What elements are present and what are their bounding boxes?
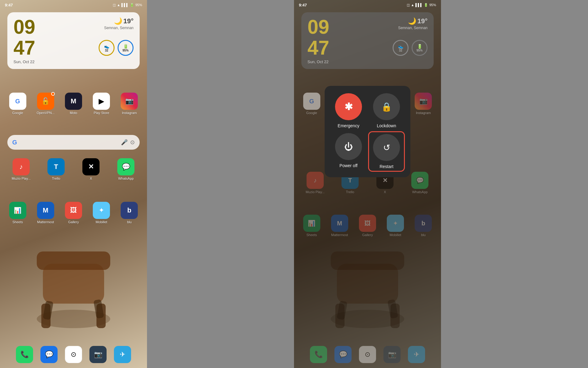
status-time-right: 9:47 [299,3,307,7]
dock-telegram[interactable]: ✈ [112,346,133,363]
openvpn-icon-bg: 🔓 [37,93,54,110]
google-label: Google [7,111,28,115]
app-blu[interactable]: b blu [119,202,140,224]
dock-messages[interactable]: 💬 [39,346,59,363]
emergency-label: Emergency [338,123,360,128]
status-time-left: 9:47 [5,3,13,7]
widget-hour: 09 [13,17,35,37]
svg-rect-2 [37,251,110,270]
widget-city-right: Semnan, Semnan [398,26,428,30]
blu-icon-bg: b [121,202,138,219]
app-x[interactable]: ✕ X [81,158,101,180]
widget-date-right: Sun, Oct 22 [307,59,428,64]
google-label-right: Google [301,111,322,115]
playstore-icon-bg: ▶ [93,93,110,110]
battery-icon-right: 🔋 [424,3,428,7]
steps-badge: 👟 32 [99,40,115,56]
microphone-icon[interactable]: 🎤 [121,139,128,146]
chair-decoration [24,215,123,331]
openvpn-label: OpenVPN... [35,111,56,115]
search-bar[interactable]: G 🎤 ⊙ [7,135,140,150]
app-openvpn[interactable]: 🔓 OpenVPN... [35,93,56,115]
widget-date: Sun, Oct 22 [13,59,134,64]
google-icon-bg: G [9,93,26,110]
moto-label: Moto [63,111,84,115]
lockdown-button[interactable]: 🔒 Lockdown [370,93,403,128]
dock-camera[interactable]: 📷 [88,346,108,363]
gallery-icon-bg: 🖼 [65,202,82,219]
app-row1: G Google 🔓 OpenVPN... M Moto ▶ Play Stor… [5,93,142,115]
widget-weather-info: 🌙 19° Semnan, Semnan [104,17,134,30]
mobillet-label: Mobillet [91,220,112,224]
emergency-circle: ✱ [335,93,362,120]
battery-badge: 🔋 95% [118,40,134,56]
app-trello[interactable]: T Trello [46,158,66,180]
app-moto[interactable]: M Moto [63,93,84,115]
instagram-label-right: Instagram [413,111,434,115]
sim-icon: ◫ [113,3,116,7]
right-phone-screen: 9:47 ◫ ▲ ▌▌▌ 🔋 95% 09 🌙 19° Semnan, Semn… [294,0,441,368]
app-sheets[interactable]: 📊 Sheets [7,202,28,224]
battery-pct-left: 95% [135,3,142,7]
gallery-label: Gallery [63,220,84,224]
app-instagram-right: 📷 Instagram [413,93,434,115]
steps-badge-right: 👟 32 [393,40,409,56]
playstore-label: Play Store [91,111,112,115]
mattermost-label: Mattermost [35,220,56,224]
google-g-icon: G [12,139,17,146]
muzio-label: Muzio Play... [11,177,32,180]
poweroff-button[interactable]: ⏻ Power off [332,133,365,170]
app-instagram[interactable]: 📷 Instagram [119,93,140,115]
svg-rect-9 [331,251,404,270]
x-label: X [81,177,101,180]
app-row3: 📊 Sheets M Mattermost 🖼 Gallery ✦ Mobill… [5,202,142,224]
app-google-right: G Google [301,93,322,115]
instagram-icon-bg: 📷 [121,93,138,110]
widget-temp-right: 🌙 19° [408,17,428,25]
app-google[interactable]: G Google [7,93,28,115]
lockdown-label: Lockdown [377,123,396,128]
app-mobillet[interactable]: ✦ Mobillet [91,202,112,224]
telegram-icon-bg: ✈ [114,346,131,363]
battery-badge-right: 🔋 95% [412,40,428,56]
app-gallery[interactable]: 🖼 Gallery [63,202,84,224]
power-menu[interactable]: ✱ Emergency 🔒 Lockdown ⏻ Power off ↺ Res… [325,86,410,177]
restart-button[interactable]: ↺ Restart [368,131,405,172]
whatsapp-label: WhatsApp [115,177,136,180]
whatsapp-icon-bg: 💬 [117,158,134,175]
sheets-icon-bg: 📊 [9,202,26,219]
app-muzio[interactable]: ♪ Muzio Play... [11,158,32,180]
wifi-icon: ▲ [117,3,120,7]
restart-label: Restart [379,164,393,169]
sim-icon-right: ◫ [407,3,410,7]
trello-icon-bg: T [47,158,65,175]
app-mattermost[interactable]: M Mattermost [35,202,56,224]
dock-right: 📞 💬 ⊙ 📷 ✈ [299,346,436,363]
app-row2: ♪ Muzio Play... T Trello ✕ X 💬 WhatsApp [5,158,142,180]
widget-row1: 09 🌙 19° Semnan, Semnan [13,17,134,37]
center-spacer [147,0,294,368]
instagram-icon-right: 📷 [415,93,432,110]
google-icon-right: G [303,93,320,110]
widget-row2: 47 👟 32 🔋 95% [13,38,134,58]
dock-chrome[interactable]: ⊙ [63,346,84,363]
chrome-icon-bg: ⊙ [65,346,82,363]
right-spacer [441,0,588,368]
openvpn-notif-dot [51,92,55,96]
widget-minute-right: 47 [307,38,329,58]
lockdown-circle: 🔒 [373,93,400,120]
x-icon-bg: ✕ [82,158,100,175]
app-playstore[interactable]: ▶ Play Store [91,93,112,115]
trello-label: Trello [46,177,66,180]
poweroff-label: Power off [340,163,358,168]
wifi-icon-right: ▲ [411,3,414,7]
widget-minute: 47 [13,38,35,58]
emergency-button[interactable]: ✱ Emergency [332,93,365,128]
weather-widget-left: 09 🌙 19° Semnan, Semnan 47 👟 32 🔋 95% [7,12,140,69]
messages-icon-bg: 💬 [40,346,58,363]
moto-icon-bg: M [65,93,82,110]
dock-phone[interactable]: 📞 [14,346,35,363]
app-whatsapp[interactable]: 💬 WhatsApp [115,158,136,180]
lens-icon[interactable]: ⊙ [130,139,135,146]
signal-icon-right: ▌▌▌ [416,3,423,7]
